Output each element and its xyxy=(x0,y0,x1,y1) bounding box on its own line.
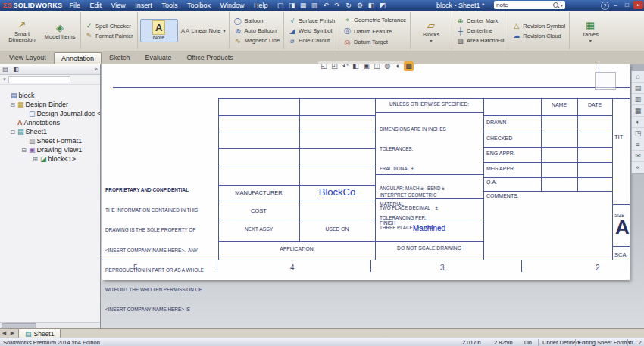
custom-properties-icon[interactable]: ≡ xyxy=(632,139,644,151)
magnetic-line-button[interactable]: ∿ Magnetic Line xyxy=(232,36,281,45)
tab-evaluate[interactable]: Evaluate xyxy=(137,51,179,64)
balloon-icon: ◯ xyxy=(233,17,242,25)
tab-view-layout[interactable]: View Layout xyxy=(2,51,54,64)
chevron-down-icon[interactable]: ▾ xyxy=(223,28,225,33)
hide-show-items-icon[interactable]: ◍ xyxy=(383,61,392,71)
finish-value-note[interactable]: Machined xyxy=(375,224,483,232)
weld-symbol-button[interactable]: ◢ Weld Symbol xyxy=(286,26,336,36)
collapse-icon[interactable]: « xyxy=(632,162,644,173)
menu-toolbox[interactable]: Toolbox xyxy=(183,2,214,9)
save-icon[interactable]: ▦ xyxy=(298,2,309,9)
format-painter-button[interactable]: ✎ Format Painter xyxy=(83,31,135,40)
spell-checker-button[interactable]: ✓ Spell Checker xyxy=(83,21,135,30)
balloon-button[interactable]: ◯ Balloon xyxy=(232,17,281,26)
minimize-button[interactable]: – xyxy=(611,1,621,9)
property-manager-tab-icon[interactable]: ◧ xyxy=(11,66,21,73)
display-style-icon[interactable]: ◫ xyxy=(372,61,382,71)
open-icon[interactable]: ◨ xyxy=(286,2,298,9)
previous-view-icon[interactable]: ↶ xyxy=(340,61,350,71)
file-explorer-icon[interactable]: ▥ xyxy=(632,94,644,105)
menu-window[interactable]: Window xyxy=(216,2,248,9)
centerline-button[interactable]: ┼ Centerline xyxy=(455,26,505,36)
tab-office-products[interactable]: Office Products xyxy=(179,51,240,64)
view-palette-icon[interactable]: ▦ xyxy=(632,105,644,117)
tree-item-block-1[interactable]: ⊞ ◪ block<1> xyxy=(0,154,100,164)
auto-balloon-button[interactable]: ⊚ Auto Balloon xyxy=(232,26,281,36)
smart-dimension-button[interactable]: ↗ Smart Dimension xyxy=(4,17,40,44)
forum-icon[interactable]: ✉ xyxy=(632,151,644,162)
rebuild-icon[interactable]: ↻ xyxy=(343,2,355,9)
undo-icon[interactable]: ↶ xyxy=(320,2,332,9)
new-document-icon[interactable]: ▢ xyxy=(275,2,286,9)
filter-input[interactable] xyxy=(8,76,70,83)
area-hatch-fill-button[interactable]: ▨ Area Hatch/Fill xyxy=(455,36,505,45)
chevron-down-icon[interactable]: ▾ xyxy=(430,38,433,43)
manufacturer-value-note[interactable]: BlockCo xyxy=(299,186,375,198)
menu-file[interactable]: File xyxy=(65,2,84,9)
sheet-tab-sheet1[interactable]: ▤ Sheet1 xyxy=(18,329,61,338)
edit-appearance-icon[interactable]: ◐ xyxy=(393,61,403,71)
graphics-area[interactable]: UNLESS OTHERWISE SPECIFIED: DIMENSIONS A… xyxy=(101,64,644,328)
chevron-down-icon[interactable]: ▾ xyxy=(561,2,563,8)
tree-item-annotations[interactable]: A Annotations xyxy=(0,118,100,127)
view-orientation-icon[interactable]: ▣ xyxy=(361,61,371,71)
filter-icon[interactable]: ▼ xyxy=(2,77,7,82)
note-button[interactable]: A Note xyxy=(140,19,178,42)
section-view-icon[interactable]: ◧ xyxy=(351,61,361,71)
close-button[interactable]: × xyxy=(633,1,643,9)
zoom-fit-icon[interactable]: ◱ xyxy=(319,61,329,71)
redo-icon[interactable]: ↷ xyxy=(332,2,343,9)
tables-button[interactable]: ▦ Tables ▾ xyxy=(572,18,608,44)
selection-filter-icon[interactable]: ◩ xyxy=(377,2,389,9)
panel-scrollbar[interactable] xyxy=(0,322,100,328)
zoom-area-icon[interactable]: ◰ xyxy=(330,61,339,71)
center-mark-button[interactable]: ⊕ Center Mark xyxy=(455,17,505,26)
tab-annotation[interactable]: Annotation xyxy=(54,52,102,64)
edit-sheet-icon[interactable]: ◧ xyxy=(366,2,377,9)
sheet-scroll-right-icon[interactable]: ▶ xyxy=(8,330,17,336)
search-icon[interactable] xyxy=(553,2,558,8)
datum-target-button[interactable]: ◎ Datum Target xyxy=(342,38,408,47)
expander-icon[interactable]: ⊟ xyxy=(9,129,16,136)
revision-symbol-button[interactable]: △ Revision Symbol xyxy=(511,21,567,30)
design-library-icon[interactable]: ▤ xyxy=(632,83,644,94)
scene-icon[interactable]: ◳ xyxy=(632,128,644,139)
tree-item-sheet-format1[interactable]: ▥ Sheet Format1 xyxy=(0,136,100,145)
tree-item-block[interactable]: ▤ block xyxy=(0,91,100,100)
blocks-icon: ▱ xyxy=(427,19,435,32)
chevron-right-icon[interactable]: » xyxy=(95,66,100,73)
menu-insert[interactable]: Insert xyxy=(131,2,156,9)
tab-sketch[interactable]: Sketch xyxy=(102,51,138,64)
sheet-scroll-left-icon[interactable]: ◀ xyxy=(0,330,8,336)
surface-finish-button[interactable]: √ Surface Finish xyxy=(286,17,336,26)
geometric-tolerance-button[interactable]: ⌖ Geometric Tolerance xyxy=(342,15,408,25)
menu-help[interactable]: Help xyxy=(250,2,272,9)
expander-icon[interactable]: ⊟ xyxy=(9,101,16,108)
linear-note-pattern-button[interactable]: AA Linear Note ▾ xyxy=(180,26,227,36)
menu-tools[interactable]: Tools xyxy=(158,2,181,9)
expander-icon[interactable]: ⊟ xyxy=(20,147,27,154)
maximize-button[interactable]: □ xyxy=(622,1,632,9)
resources-icon[interactable]: ⌂ xyxy=(632,71,644,83)
menu-view[interactable]: View xyxy=(107,2,129,9)
help-icon[interactable]: ? xyxy=(601,2,609,10)
hole-callout-button[interactable]: ⌀ Hole Callout xyxy=(286,36,336,45)
print-icon[interactable]: ▥ xyxy=(309,2,320,9)
tree-item-design-journal[interactable]: ▢ Design Journal.doc <Emp xyxy=(0,109,100,118)
datum-feature-button[interactable]: Ⓐ Datum Feature xyxy=(342,26,408,37)
menu-edit[interactable]: Edit xyxy=(86,2,105,9)
feature-tree-tab-icon[interactable]: ▤ xyxy=(0,66,11,73)
revision-cloud-button[interactable]: ☁ Revision Cloud xyxy=(511,31,567,40)
options-icon[interactable]: ⚙ xyxy=(355,2,366,9)
quick-access-toolbar: ▢ ◨ ▦ ▥ ↶ ↷ ↻ ⚙ ◧ ◩ xyxy=(275,2,389,9)
expander-icon[interactable]: ⊞ xyxy=(32,156,39,163)
appearances-icon[interactable]: ◐ xyxy=(632,117,644,128)
tree-item-design-binder[interactable]: ⊟ ▦ Design Binder xyxy=(0,100,100,109)
blocks-button[interactable]: ▱ Blocks ▾ xyxy=(413,18,449,44)
search-commands-input[interactable]: note ▾ xyxy=(494,1,565,9)
tree-item-drawing-view1[interactable]: ⊟ ▣ Drawing View1 xyxy=(0,145,100,154)
chevron-down-icon[interactable]: ▾ xyxy=(589,38,592,43)
tree-item-sheet1[interactable]: ⊟ ▤ Sheet1 xyxy=(0,127,100,136)
apply-scene-icon[interactable]: ▩ xyxy=(404,61,414,71)
model-items-button[interactable]: ◈ Model Items xyxy=(42,20,78,41)
